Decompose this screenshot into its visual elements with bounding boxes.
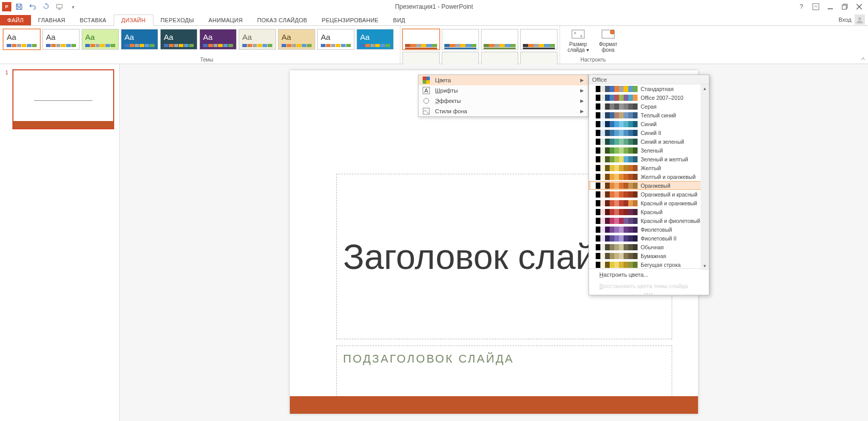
color-swatch [591, 165, 638, 171]
color-swatch [591, 112, 638, 118]
close-icon[interactable] [853, 1, 866, 12]
color-scheme-list: СтандартнаяOffice 2007–2010СераяТеплый с… [589, 84, 709, 268]
svg-rect-10 [423, 80, 426, 84]
color-scheme-row[interactable]: Бегущая строка [589, 260, 709, 268]
chevron-right-icon: ▶ [580, 98, 584, 103]
color-swatch [591, 218, 638, 224]
theme-thumb-8[interactable]: Aa [317, 29, 354, 50]
color-scheme-row[interactable]: Бумажная [589, 251, 709, 260]
save-icon[interactable] [13, 1, 25, 12]
format-background-button[interactable]: Формат фона [595, 29, 621, 61]
menu-effects[interactable]: Эффекты ▶ [419, 96, 588, 106]
theme-thumb-5[interactable]: Aa [199, 29, 237, 50]
menu-bg-styles[interactable]: Стили фона ▶ [419, 106, 588, 116]
customize-colors-action[interactable]: Настроить цвета... [589, 269, 709, 280]
tab-review[interactable]: РЕЦЕНЗИРОВАНИЕ [315, 15, 386, 25]
menu-colors[interactable]: Цвета ▶ [419, 75, 588, 85]
tab-file[interactable]: ФАЙЛ [0, 15, 31, 25]
signin-label: Вход [839, 17, 851, 23]
color-swatch [591, 95, 638, 101]
color-swatch [591, 244, 638, 250]
svg-rect-5 [572, 30, 584, 38]
menu-fonts[interactable]: A Шрифты ▶ [419, 85, 588, 96]
colors-icon [423, 77, 430, 84]
tab-home[interactable]: ГЛАВНАЯ [31, 15, 73, 25]
undo-icon[interactable] [27, 1, 38, 12]
tab-design[interactable]: ДИЗАЙН [114, 14, 153, 26]
color-scheme-row[interactable]: Серая [589, 102, 709, 111]
color-scheme-row[interactable]: Зеленый [589, 146, 709, 155]
color-scheme-row[interactable]: Оранжевый [589, 181, 709, 190]
color-scheme-row[interactable]: Обычная [589, 243, 709, 251]
tab-view[interactable]: ВИД [386, 15, 413, 25]
quick-access-toolbar: P ▾ [0, 1, 79, 12]
thumb-number: 1 [5, 69, 10, 129]
theme-thumb-7[interactable]: Aa [278, 29, 315, 50]
color-swatch [591, 209, 638, 215]
workspace: 1 Заголовок слайда ПОДЗАГОЛОВОК СЛАЙДА [0, 64, 868, 421]
redo-icon[interactable] [40, 1, 52, 12]
tab-slideshow[interactable]: ПОКАЗ СЛАЙДОВ [250, 15, 315, 25]
variant-thumb-2[interactable] [481, 29, 518, 50]
flyout-scrollbar[interactable]: ▲ ▼ [701, 84, 709, 270]
theme-thumb-6[interactable]: Aa [239, 29, 276, 50]
help-icon[interactable]: ? [795, 1, 808, 12]
color-scheme-row[interactable]: Стандартная [589, 84, 709, 93]
svg-rect-0 [57, 5, 63, 8]
chevron-right-icon: ▶ [580, 78, 584, 83]
color-scheme-row[interactable]: Красный и фиолетовый [589, 216, 709, 225]
variant-thumb-0[interactable] [402, 29, 440, 50]
color-scheme-row[interactable]: Синий II [589, 128, 709, 137]
ribbonopts-icon[interactable] [809, 1, 823, 12]
color-scheme-row[interactable]: Зеленый и желтый [589, 155, 709, 163]
variant-thumb-1[interactable] [442, 29, 479, 50]
svg-point-12 [424, 98, 429, 103]
color-swatch [591, 86, 638, 92]
color-swatch [591, 139, 638, 145]
color-swatch [591, 103, 638, 110]
color-swatch [591, 191, 638, 198]
scroll-up-icon[interactable]: ▲ [701, 84, 709, 93]
theme-thumb-4[interactable]: Aa [160, 29, 197, 50]
color-scheme-row[interactable]: Красный [589, 207, 709, 216]
qat-more-icon[interactable]: ▾ [67, 1, 79, 12]
variant-thumb-3[interactable] [520, 29, 557, 50]
slide-thumbnail-1[interactable] [12, 69, 114, 129]
color-scheme-row[interactable]: Синий и зеленый [589, 137, 709, 146]
color-swatch [591, 235, 638, 242]
color-swatch [591, 183, 638, 189]
color-scheme-row[interactable]: Фиолетовый II [589, 234, 709, 243]
signin-link[interactable]: Вход [839, 14, 865, 25]
theme-thumb-2[interactable]: Aa [82, 29, 119, 50]
theme-thumb-9[interactable]: Aa [357, 29, 394, 50]
scroll-down-icon[interactable]: ▼ [701, 262, 709, 270]
color-swatch [591, 200, 638, 206]
theme-thumb-0[interactable]: Aa [3, 29, 40, 50]
color-scheme-row[interactable]: Фиолетовый [589, 225, 709, 234]
theme-thumb-1[interactable]: Aa [42, 29, 80, 50]
effects-icon [423, 97, 430, 104]
startfromfirst-icon[interactable] [54, 1, 65, 12]
tab-insert[interactable]: ВСТАВКА [72, 15, 113, 25]
flyout-section-header: Office [589, 75, 709, 84]
minimize-icon[interactable] [824, 1, 837, 12]
color-scheme-row[interactable]: Красный и оранжевый [589, 199, 709, 207]
color-scheme-row[interactable]: Желтый [589, 163, 709, 172]
color-scheme-row[interactable]: Оранжевый и красный [589, 190, 709, 199]
theme-thumb-3[interactable]: Aa [121, 29, 158, 50]
restore-icon[interactable] [838, 1, 851, 12]
colors-flyout: Office ▲ ▼ СтандартнаяOffice 2007–2010Се… [588, 74, 709, 295]
collapse-ribbon-icon[interactable]: ㅅ [860, 55, 866, 63]
tab-animations[interactable]: АНИМАЦИЯ [202, 15, 250, 25]
color-swatch [591, 156, 638, 162]
resize-grip-icon[interactable]: •••• [589, 292, 709, 295]
slide-size-button[interactable]: Размер слайда ▾ [565, 29, 591, 61]
customize-group: Размер слайда ▾ Формат фона Настроить [560, 26, 626, 64]
color-scheme-row[interactable]: Office 2007–2010 [589, 93, 709, 102]
tab-transitions[interactable]: ПЕРЕХОДЫ [153, 15, 202, 25]
color-swatch [591, 174, 638, 180]
color-scheme-row[interactable]: Синий [589, 119, 709, 128]
variants-gallery [400, 26, 560, 64]
color-scheme-row[interactable]: Теплый синий [589, 111, 709, 119]
color-scheme-row[interactable]: Желтый и оранжевый [589, 172, 709, 181]
